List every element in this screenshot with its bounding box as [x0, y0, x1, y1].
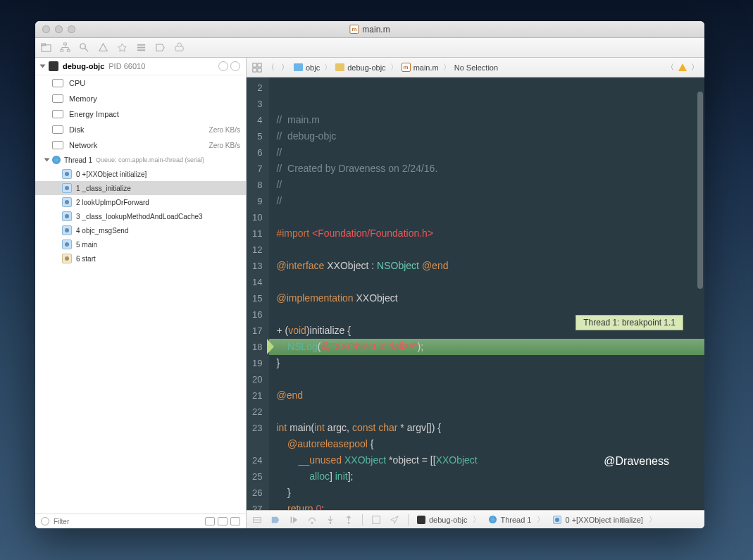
- app-icon: [417, 516, 425, 524]
- metric-row[interactable]: CPU: [35, 75, 246, 91]
- footer-option-2[interactable]: [218, 517, 228, 525]
- navigator-toolbar: [35, 38, 704, 58]
- stack-frame[interactable]: 1 _class_initialize: [35, 181, 246, 195]
- frame-icon: [62, 211, 72, 221]
- stack-frame[interactable]: 3 _class_lookupMethodAndLoadCache3: [35, 209, 246, 223]
- code-line[interactable]: int main(int argc, const char * argv[]) …: [269, 420, 704, 436]
- metric-value: Zero KB/s: [209, 142, 240, 149]
- line-gutter[interactable]: 2345678910111213141516171819202122232425…: [247, 77, 269, 510]
- breakpoint-nav-icon[interactable]: [155, 42, 166, 53]
- warning-icon[interactable]: [678, 63, 687, 71]
- code-editor[interactable]: 2345678910111213141516171819202122232425…: [247, 77, 704, 510]
- step-out-icon[interactable]: [344, 515, 354, 525]
- view-threads-icon[interactable]: [230, 61, 240, 71]
- code-line[interactable]: [269, 404, 704, 420]
- code-line[interactable]: // main.m: [269, 112, 704, 128]
- metric-row[interactable]: DiskZero KB/s: [35, 122, 246, 137]
- filter-input[interactable]: [54, 518, 201, 525]
- stack-frame[interactable]: 5 main: [35, 237, 246, 251]
- code-line[interactable]: [269, 371, 704, 387]
- debug-thread-crumb[interactable]: Thread 1: [489, 514, 544, 525]
- process-name: debug-objc: [63, 62, 104, 70]
- metric-row[interactable]: Memory: [35, 91, 246, 106]
- disclosure-icon[interactable]: [40, 65, 46, 68]
- traffic-lights: [42, 25, 75, 33]
- code-line[interactable]: }: [269, 485, 704, 501]
- code-line[interactable]: alloc] init];: [269, 468, 704, 485]
- code-line[interactable]: @implementation XXObject: [269, 290, 704, 306]
- breakpoints-toggle-icon[interactable]: [270, 515, 280, 525]
- svg-point-5: [80, 44, 86, 49]
- code-line[interactable]: @end: [269, 387, 704, 404]
- crumb-project[interactable]: objc: [294, 62, 332, 73]
- view-debug-icon[interactable]: [371, 515, 381, 525]
- code-line[interactable]: // debug-objc: [269, 128, 704, 144]
- hierarchy-icon[interactable]: [60, 42, 70, 53]
- minimize-button[interactable]: [55, 25, 63, 33]
- code-line[interactable]: #import <Foundation/Foundation.h>: [269, 225, 704, 242]
- svg-rect-10: [253, 63, 256, 66]
- close-button[interactable]: [42, 25, 50, 33]
- related-items-icon[interactable]: [252, 63, 262, 73]
- code-content[interactable]: // main.m// debug-objc//// Created by Dr…: [269, 77, 704, 510]
- metric-icon: [52, 125, 63, 134]
- continue-icon[interactable]: [289, 515, 299, 525]
- warning-nav-icon[interactable]: [98, 42, 108, 53]
- test-nav-icon[interactable]: [117, 42, 127, 53]
- filter-icon[interactable]: [41, 517, 49, 525]
- metric-icon: [52, 141, 63, 149]
- code-line[interactable]: [269, 274, 704, 290]
- back-button[interactable]: 〈: [266, 62, 276, 73]
- nav-back-secondary[interactable]: 〈: [666, 62, 674, 73]
- debug-bar: debug-objc Thread 1 0 +[XXObject initial…: [247, 510, 704, 528]
- crumb-target[interactable]: debug-objc: [335, 62, 397, 73]
- jump-bar[interactable]: 〈 〉 objc debug-objc mmain.m No Selection…: [247, 58, 704, 77]
- content-area: debug-objc PID 66010 CPUMemoryEnergy Imp…: [35, 58, 704, 528]
- view-process-icon[interactable]: [218, 61, 228, 71]
- stack-frame[interactable]: 4 objc_msgSend: [35, 223, 246, 237]
- debug-frame-crumb[interactable]: 0 +[XXObject initialize]: [553, 514, 656, 525]
- code-line[interactable]: [269, 209, 704, 225]
- code-line[interactable]: @interface XXObject : NSObject @end: [269, 258, 704, 274]
- scrollbar-vertical[interactable]: [697, 92, 703, 289]
- process-header[interactable]: debug-objc PID 66010: [35, 58, 246, 75]
- titlebar[interactable]: m main.m: [35, 21, 704, 38]
- code-line[interactable]: @autoreleasepool {: [269, 436, 704, 452]
- file-m-icon: m: [402, 63, 411, 72]
- debug-process-crumb[interactable]: debug-objc: [417, 514, 480, 525]
- code-line[interactable]: NSLog(@"XXObject initialize");: [269, 339, 704, 355]
- svg-rect-19: [373, 516, 380, 523]
- svg-rect-15: [291, 516, 292, 523]
- watermark: @Draveness: [604, 455, 669, 468]
- step-over-icon[interactable]: [307, 515, 317, 525]
- code-line[interactable]: [269, 242, 704, 258]
- hide-debug-icon[interactable]: [252, 515, 262, 525]
- code-line[interactable]: }: [269, 355, 704, 371]
- footer-option-1[interactable]: [205, 517, 215, 525]
- metric-row[interactable]: NetworkZero KB/s: [35, 137, 246, 153]
- report-nav-icon[interactable]: [174, 42, 185, 53]
- crumb-selection[interactable]: No Selection: [454, 63, 502, 72]
- zoom-button[interactable]: [68, 25, 75, 33]
- code-line[interactable]: //: [269, 193, 704, 209]
- stack-frame[interactable]: 2 lookUpImpOrForward: [35, 195, 246, 209]
- search-icon[interactable]: [79, 42, 89, 53]
- forward-button[interactable]: 〉: [280, 62, 290, 73]
- code-line[interactable]: // Created by Draveness on 2/24/16.: [269, 161, 704, 177]
- disclosure-icon[interactable]: [44, 158, 50, 162]
- debug-nav-icon[interactable]: [136, 42, 147, 53]
- code-line[interactable]: //: [269, 177, 704, 193]
- step-into-icon[interactable]: [325, 515, 335, 525]
- stack-frame[interactable]: 6 start: [35, 251, 246, 266]
- location-icon[interactable]: [390, 515, 399, 525]
- svg-rect-9: [175, 46, 183, 51]
- metric-row[interactable]: Energy Impact: [35, 106, 246, 122]
- thread-header[interactable]: Thread 1 Queue: com.apple.main-thread (s…: [35, 153, 246, 167]
- crumb-file[interactable]: mmain.m: [402, 62, 451, 73]
- footer-option-3[interactable]: [230, 517, 240, 525]
- folder-icon[interactable]: [41, 42, 51, 53]
- code-line[interactable]: //: [269, 144, 704, 161]
- stack-frame[interactable]: 0 +[XXObject initialize]: [35, 167, 246, 181]
- nav-forward-secondary[interactable]: 〉: [691, 62, 699, 73]
- code-line[interactable]: return 0;: [269, 501, 704, 510]
